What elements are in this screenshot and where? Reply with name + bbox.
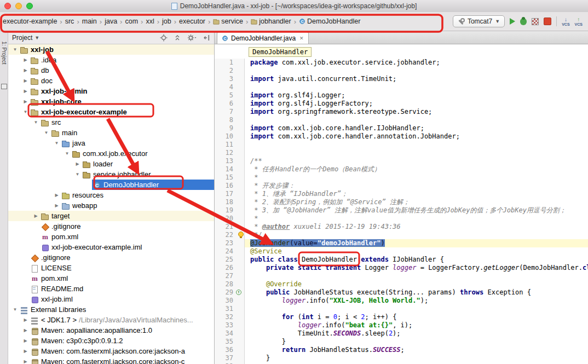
breadcrumb-item[interactable]: jobhandler	[251, 17, 291, 26]
expanded-arrow-icon[interactable]: ▼	[32, 120, 40, 125]
collapsed-arrow-icon[interactable]: ▶	[53, 193, 61, 198]
tree-item[interactable]: ▶Maven: aopalliance:aopalliance:1.0	[8, 325, 214, 336]
tool-window-icon[interactable]	[1, 84, 7, 89]
code-line[interactable]: 12	[215, 149, 588, 157]
close-tab-icon[interactable]: ✕	[299, 36, 304, 41]
collapsed-arrow-icon[interactable]: ▶	[32, 213, 40, 218]
code-line[interactable]: 3import java.util.concurrent.TimeUnit;	[215, 75, 588, 83]
code-line[interactable]: 10import com.xxl.job.core.handler.annota…	[215, 132, 588, 141]
vcs-update-button[interactable]: ↓ VCS	[562, 17, 569, 26]
tree-item[interactable]: DemoJobHandler	[8, 180, 214, 190]
expanded-arrow-icon[interactable]: ▼	[11, 47, 19, 52]
tree-item[interactable]: ▶target	[8, 211, 214, 221]
code-line[interactable]: 1package com.xxl.job.executor.service.jo…	[215, 59, 588, 67]
tree-item[interactable]: .gitignore	[8, 221, 214, 232]
expanded-arrow-icon[interactable]: ▼	[63, 151, 71, 156]
tree-item[interactable]: ▶xxl-job-admin	[8, 86, 214, 96]
hide-panel-icon[interactable]	[203, 34, 210, 42]
editor-tab[interactable]: DemoJobHandler.java ✕	[217, 32, 309, 44]
tree-item[interactable]: ▼External Libraries	[8, 304, 214, 315]
code-line[interactable]: 8	[215, 116, 588, 124]
tree-item[interactable]: ▶doc	[8, 76, 214, 86]
collapsed-arrow-icon[interactable]: ▶	[53, 203, 61, 208]
breadcrumb-item[interactable]: executor-example	[3, 18, 57, 25]
collapsed-arrow-icon[interactable]: ▶	[21, 359, 30, 364]
code-line[interactable]: 26 private static transient Logger logge…	[215, 264, 588, 272]
tree-item[interactable]: ▶Maven: com.fasterxml.jackson.core:jacks…	[8, 346, 214, 356]
code-line[interactable]: 25public class DemoJobHandler extends IJ…	[215, 256, 588, 264]
code-line[interactable]: 2	[215, 67, 588, 75]
tree-item[interactable]: ▼src	[8, 117, 214, 128]
expanded-arrow-icon[interactable]: ▼	[73, 172, 82, 177]
tree-item[interactable]: LICENSE	[8, 263, 214, 273]
collapsed-arrow-icon[interactable]: ▶	[21, 78, 30, 83]
code-editor[interactable]: DemoJobHandler 1package com.xxl.job.exec…	[215, 44, 588, 364]
collapsed-arrow-icon[interactable]: ▶	[21, 338, 30, 343]
tree-item[interactable]: pom.xml	[8, 232, 214, 242]
tree-item[interactable]: ▼xxl-job	[8, 44, 214, 55]
code-line[interactable]: 34 TimeUnit.SECONDS.sleep(2);	[215, 330, 588, 338]
project-view-selector[interactable]: Project ▼	[12, 34, 39, 42]
expanded-arrow-icon[interactable]: ▼	[53, 141, 61, 146]
tree-item[interactable]: README.md	[8, 284, 214, 294]
code-line[interactable]: 35 }	[215, 338, 588, 346]
collapsed-arrow-icon[interactable]: ▶	[21, 317, 30, 322]
collapse-all-icon[interactable]	[174, 34, 181, 42]
code-line[interactable]: 6import org.slf4j.LoggerFactory;	[215, 100, 588, 108]
collapsed-arrow-icon[interactable]: ▶	[73, 161, 82, 166]
run-with-coverage-button[interactable]	[532, 18, 539, 25]
vcs-commit-button[interactable]: ↑ VCS	[575, 17, 583, 26]
breadcrumb-item[interactable]: com	[125, 18, 138, 25]
tree-item[interactable]: ▼main	[8, 128, 214, 138]
tree-item[interactable]: ▶webapp	[8, 200, 214, 211]
tree-item[interactable]: pom.xml	[8, 273, 214, 284]
tree-item[interactable]: xxl-job-executor-example.iml	[8, 242, 214, 252]
tree-item[interactable]: ▶Maven: c3p0:c3p0:0.9.1.2	[8, 336, 214, 346]
code-line[interactable]: 21 * @author xuxueli 2015-12-19 19:43:36	[215, 223, 588, 231]
tree-item[interactable]: .gitignore	[8, 252, 214, 263]
settings-gear-icon[interactable]	[187, 34, 197, 42]
tree-item[interactable]: ▼com.xxl.job.executor	[8, 148, 214, 159]
override-marker-icon[interactable]: ↑	[234, 288, 244, 297]
breadcrumb-item[interactable]: main	[82, 18, 97, 25]
code-line[interactable]: 28 @Override	[215, 280, 588, 288]
tree-item[interactable]: ▶db	[8, 65, 214, 76]
code-line[interactable]: 24@Service	[215, 247, 588, 256]
expanded-arrow-icon[interactable]: ▼	[21, 109, 30, 114]
code-line[interactable]: 4	[215, 83, 588, 91]
expanded-arrow-icon[interactable]: ▼	[11, 307, 19, 312]
code-line[interactable]: 33 logger.info("beat at:{}", i);	[215, 321, 588, 330]
tree-item[interactable]: xxl-job.iml	[8, 294, 214, 304]
tree-item[interactable]: ▶.idea	[8, 55, 214, 65]
code-line[interactable]: 37 }	[215, 354, 588, 362]
code-line[interactable]: 13/**	[215, 157, 588, 165]
breadcrumb-item[interactable]: job	[162, 18, 171, 25]
code-line[interactable]: 19 * 3、加 “@JobHander” 注解，注解value值为新增任务生成…	[215, 206, 588, 215]
code-line[interactable]: 14 * 任务Handler的一个Demo（Bean模式）	[215, 165, 588, 174]
debug-button[interactable]	[520, 18, 527, 25]
tree-item[interactable]: ▼java	[8, 138, 214, 148]
code-line[interactable]: 16 * 开发步骤：	[215, 182, 588, 190]
tree-item[interactable]: ▼service.jobhandler	[8, 169, 214, 180]
collapsed-arrow-icon[interactable]: ▶	[21, 99, 30, 104]
stop-button[interactable]	[544, 18, 551, 25]
tree-item[interactable]: ▶xxl-job-core	[8, 96, 214, 107]
code-line[interactable]: 32 for (int i = 0; i < 2; i++) {	[215, 313, 588, 321]
code-line[interactable]: 22 */	[215, 231, 588, 239]
code-line[interactable]: 31	[215, 305, 588, 313]
breadcrumb-item[interactable]: xxl	[146, 18, 154, 25]
code-line[interactable]: 20 *	[215, 215, 588, 223]
breadcrumb-item[interactable]: java	[105, 18, 117, 25]
collapsed-arrow-icon[interactable]: ▶	[21, 89, 30, 94]
run-button[interactable]	[510, 18, 515, 25]
intention-bulb-icon[interactable]	[238, 232, 244, 237]
code-line[interactable]: 27	[215, 272, 588, 280]
locate-icon[interactable]	[160, 34, 168, 42]
code-line[interactable]: 11	[215, 141, 588, 149]
code-line[interactable]: 9import com.xxl.job.core.handler.IJobHan…	[215, 124, 588, 132]
code-line[interactable]: 15 *	[215, 174, 588, 182]
minimize-window-button[interactable]	[15, 3, 22, 9]
collapsed-arrow-icon[interactable]: ▶	[21, 349, 30, 354]
tree-item[interactable]: ▶resources	[8, 190, 214, 200]
collapsed-arrow-icon[interactable]: ▶	[21, 57, 30, 62]
